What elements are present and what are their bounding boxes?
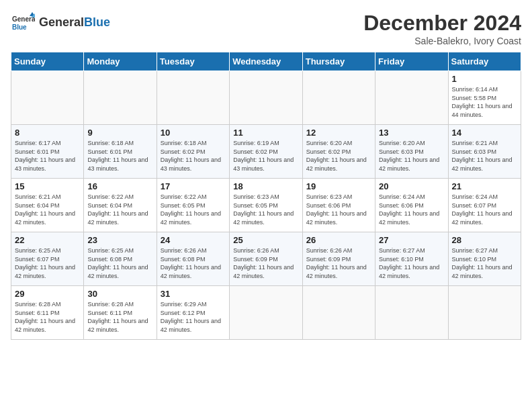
calendar-cell: 12Sunrise: 6:20 AMSunset: 6:02 PMDayligh… bbox=[302, 125, 375, 179]
day-info: Sunrise: 6:25 AMSunset: 6:08 PMDaylight:… bbox=[87, 246, 152, 280]
day-number: 30 bbox=[87, 289, 152, 299]
day-info: Sunrise: 6:26 AMSunset: 6:09 PMDaylight:… bbox=[233, 246, 298, 280]
day-info: Sunrise: 6:23 AMSunset: 6:06 PMDaylight:… bbox=[306, 193, 371, 226]
day-number: 1 bbox=[452, 74, 517, 84]
calendar-cell bbox=[302, 286, 375, 340]
day-number: 24 bbox=[161, 235, 226, 245]
calendar-cell: 27Sunrise: 6:27 AMSunset: 6:10 PMDayligh… bbox=[375, 232, 448, 286]
calendar-cell bbox=[375, 71, 448, 125]
day-of-week-header: Thursday bbox=[302, 52, 375, 71]
day-info: Sunrise: 6:22 AMSunset: 6:05 PMDaylight:… bbox=[161, 193, 226, 226]
day-info: Sunrise: 6:20 AMSunset: 6:03 PMDaylight:… bbox=[379, 139, 444, 173]
day-number: 17 bbox=[161, 181, 226, 191]
calendar-cell: 26Sunrise: 6:26 AMSunset: 6:09 PMDayligh… bbox=[302, 232, 375, 286]
logo-general: General bbox=[39, 15, 84, 29]
calendar-cell: 30Sunrise: 6:28 AMSunset: 6:11 PMDayligh… bbox=[84, 286, 157, 340]
day-number: 27 bbox=[379, 235, 444, 245]
day-number: 15 bbox=[15, 181, 80, 191]
day-number: 8 bbox=[15, 128, 80, 138]
calendar-cell: 11Sunrise: 6:19 AMSunset: 6:02 PMDayligh… bbox=[230, 125, 302, 179]
calendar-week-row: 8Sunrise: 6:17 AMSunset: 6:01 PMDaylight… bbox=[11, 125, 521, 179]
calendar-cell bbox=[157, 71, 229, 125]
calendar-cell: 24Sunrise: 6:26 AMSunset: 6:08 PMDayligh… bbox=[157, 232, 229, 286]
calendar-cell: 20Sunrise: 6:24 AMSunset: 6:06 PMDayligh… bbox=[375, 179, 448, 232]
day-info: Sunrise: 6:20 AMSunset: 6:02 PMDaylight:… bbox=[306, 139, 371, 173]
day-info: Sunrise: 6:25 AMSunset: 6:07 PMDaylight:… bbox=[15, 246, 80, 280]
calendar-week-row: 15Sunrise: 6:21 AMSunset: 6:04 PMDayligh… bbox=[11, 179, 521, 232]
calendar-week-row: 22Sunrise: 6:25 AMSunset: 6:07 PMDayligh… bbox=[11, 232, 521, 286]
day-number: 9 bbox=[87, 128, 152, 138]
day-info: Sunrise: 6:23 AMSunset: 6:05 PMDaylight:… bbox=[233, 193, 298, 226]
day-info: Sunrise: 6:29 AMSunset: 6:12 PMDaylight:… bbox=[161, 300, 226, 334]
calendar-table: SundayMondayTuesdayWednesdayThursdayFrid… bbox=[11, 52, 521, 340]
title-block: December 2024 Sale-Balekro, Ivory Coast bbox=[363, 11, 521, 46]
day-number: 31 bbox=[161, 289, 226, 299]
day-info: Sunrise: 6:28 AMSunset: 6:11 PMDaylight:… bbox=[87, 300, 152, 334]
calendar-cell: 25Sunrise: 6:26 AMSunset: 6:09 PMDayligh… bbox=[230, 232, 302, 286]
svg-text:Blue: Blue bbox=[12, 24, 27, 31]
calendar-cell bbox=[11, 71, 84, 125]
calendar-cell: 19Sunrise: 6:23 AMSunset: 6:06 PMDayligh… bbox=[302, 179, 375, 232]
day-of-week-header: Monday bbox=[84, 52, 157, 71]
calendar-cell bbox=[84, 71, 157, 125]
day-of-week-header: Friday bbox=[375, 52, 448, 71]
calendar-cell bbox=[448, 286, 521, 340]
day-number: 21 bbox=[452, 181, 517, 191]
day-info: Sunrise: 6:14 AMSunset: 5:58 PMDaylight:… bbox=[452, 85, 517, 119]
day-of-week-header: Sunday bbox=[11, 52, 84, 71]
svg-text:General: General bbox=[12, 15, 35, 23]
day-info: Sunrise: 6:17 AMSunset: 6:01 PMDaylight:… bbox=[15, 139, 80, 173]
calendar-cell: 1Sunrise: 6:14 AMSunset: 5:58 PMDaylight… bbox=[448, 71, 521, 125]
calendar-cell bbox=[375, 286, 448, 340]
day-of-week-header: Tuesday bbox=[157, 52, 229, 71]
day-info: Sunrise: 6:24 AMSunset: 6:07 PMDaylight:… bbox=[452, 193, 517, 226]
calendar-header-row: SundayMondayTuesdayWednesdayThursdayFrid… bbox=[11, 52, 521, 71]
calendar-cell: 31Sunrise: 6:29 AMSunset: 6:12 PMDayligh… bbox=[157, 286, 229, 340]
calendar-cell: 9Sunrise: 6:18 AMSunset: 6:01 PMDaylight… bbox=[84, 125, 157, 179]
day-number: 20 bbox=[379, 181, 444, 191]
calendar-cell: 22Sunrise: 6:25 AMSunset: 6:07 PMDayligh… bbox=[11, 232, 84, 286]
day-info: Sunrise: 6:18 AMSunset: 6:01 PMDaylight:… bbox=[87, 139, 152, 173]
day-number: 13 bbox=[379, 128, 444, 138]
day-info: Sunrise: 6:28 AMSunset: 6:11 PMDaylight:… bbox=[15, 300, 80, 334]
logo-text: GeneralBlue bbox=[39, 16, 110, 30]
calendar-cell: 8Sunrise: 6:17 AMSunset: 6:01 PMDaylight… bbox=[11, 125, 84, 179]
day-info: Sunrise: 6:26 AMSunset: 6:09 PMDaylight:… bbox=[306, 246, 371, 280]
calendar-cell: 29Sunrise: 6:28 AMSunset: 6:11 PMDayligh… bbox=[11, 286, 84, 340]
calendar-cell: 15Sunrise: 6:21 AMSunset: 6:04 PMDayligh… bbox=[11, 179, 84, 232]
day-number: 22 bbox=[15, 235, 80, 245]
calendar-cell bbox=[230, 71, 302, 125]
calendar-cell: 28Sunrise: 6:27 AMSunset: 6:10 PMDayligh… bbox=[448, 232, 521, 286]
calendar-cell: 17Sunrise: 6:22 AMSunset: 6:05 PMDayligh… bbox=[157, 179, 229, 232]
day-info: Sunrise: 6:27 AMSunset: 6:10 PMDaylight:… bbox=[379, 246, 444, 280]
day-number: 29 bbox=[15, 289, 80, 299]
day-number: 26 bbox=[306, 235, 371, 245]
day-number: 11 bbox=[233, 128, 298, 138]
month-year: December 2024 bbox=[363, 11, 521, 36]
day-number: 19 bbox=[306, 181, 371, 191]
calendar-cell: 16Sunrise: 6:22 AMSunset: 6:04 PMDayligh… bbox=[84, 179, 157, 232]
day-number: 12 bbox=[306, 128, 371, 138]
day-info: Sunrise: 6:24 AMSunset: 6:06 PMDaylight:… bbox=[379, 193, 444, 226]
calendar-cell: 13Sunrise: 6:20 AMSunset: 6:03 PMDayligh… bbox=[375, 125, 448, 179]
calendar-cell: 10Sunrise: 6:18 AMSunset: 6:02 PMDayligh… bbox=[157, 125, 229, 179]
location: Sale-Balekro, Ivory Coast bbox=[363, 36, 521, 46]
day-info: Sunrise: 6:18 AMSunset: 6:02 PMDaylight:… bbox=[161, 139, 226, 173]
day-info: Sunrise: 6:21 AMSunset: 6:03 PMDaylight:… bbox=[452, 139, 517, 173]
calendar-cell: 18Sunrise: 6:23 AMSunset: 6:05 PMDayligh… bbox=[230, 179, 302, 232]
logo-blue: Blue bbox=[84, 15, 110, 29]
page-header: General Blue GeneralBlue December 2024 S… bbox=[11, 11, 521, 46]
day-number: 18 bbox=[233, 181, 298, 191]
day-info: Sunrise: 6:22 AMSunset: 6:04 PMDaylight:… bbox=[87, 193, 152, 226]
calendar-cell bbox=[230, 286, 302, 340]
calendar-cell: 21Sunrise: 6:24 AMSunset: 6:07 PMDayligh… bbox=[448, 179, 521, 232]
day-of-week-header: Saturday bbox=[448, 52, 521, 71]
day-number: 23 bbox=[87, 235, 152, 245]
day-of-week-header: Wednesday bbox=[230, 52, 302, 71]
day-number: 25 bbox=[233, 235, 298, 245]
calendar-week-row: 29Sunrise: 6:28 AMSunset: 6:11 PMDayligh… bbox=[11, 286, 521, 340]
calendar-week-row: 1Sunrise: 6:14 AMSunset: 5:58 PMDaylight… bbox=[11, 71, 521, 125]
calendar-cell: 14Sunrise: 6:21 AMSunset: 6:03 PMDayligh… bbox=[448, 125, 521, 179]
calendar-cell: 23Sunrise: 6:25 AMSunset: 6:08 PMDayligh… bbox=[84, 232, 157, 286]
day-number: 28 bbox=[452, 235, 517, 245]
